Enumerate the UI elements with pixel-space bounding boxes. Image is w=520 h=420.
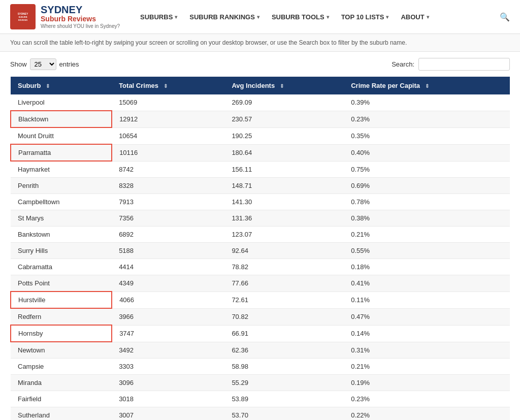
chevron-down-icon: ▾ — [386, 14, 388, 20]
site-name-line1: SYDNEY — [41, 5, 120, 15]
cell-suburb: Bankstown — [11, 227, 112, 243]
cell-total-crimes: 5188 — [112, 243, 224, 259]
cell-suburb: Cabramatta — [11, 259, 112, 275]
cell-crime-rate: 0.39% — [344, 94, 510, 111]
search-label: Search: — [392, 60, 414, 68]
cell-total-crimes: 4066 — [112, 292, 224, 308]
table-row: Bankstown6892123.070.21% — [11, 227, 510, 243]
table-row: Miranda309655.290.19% — [11, 375, 510, 391]
nav-item-suburb-rankings[interactable]: SUBURB RANKINGS ▾ — [184, 10, 265, 24]
cell-crime-rate: 0.75% — [344, 161, 510, 178]
table-row: Penrith8328148.710.69% — [11, 178, 510, 194]
cell-crime-rate: 0.35% — [344, 127, 510, 144]
chevron-down-icon: ▾ — [327, 14, 329, 20]
info-bar-text: You can scroll the table left-to-right b… — [10, 39, 407, 46]
cell-crime-rate: 0.19% — [344, 375, 510, 391]
cell-total-crimes: 3303 — [112, 359, 224, 375]
cell-avg-incidents: 190.25 — [224, 127, 344, 144]
cell-total-crimes: 7356 — [112, 210, 224, 227]
col-crime-rate[interactable]: Crime Rate per Capita ⇕ — [344, 77, 510, 94]
cell-avg-incidents: 148.71 — [224, 178, 344, 194]
cell-crime-rate: 0.23% — [344, 111, 510, 127]
info-bar: You can scroll the table left-to-right b… — [0, 34, 520, 52]
col-avg-incidents-label: Avg Incidents — [232, 82, 275, 89]
cell-avg-incidents: 92.64 — [224, 243, 344, 259]
crime-table-container: Suburb ⇕ Total Crimes ⇕ Avg Incidents ⇕ … — [0, 77, 520, 420]
cell-avg-incidents: 230.57 — [224, 111, 344, 127]
cell-total-crimes: 10116 — [112, 144, 224, 161]
table-controls: Show 10 25 50 100 entries Search: — [0, 52, 520, 77]
search-area: Search: — [392, 58, 510, 71]
col-total-crimes[interactable]: Total Crimes ⇕ — [112, 77, 224, 94]
col-total-crimes-label: Total Crimes — [119, 82, 158, 89]
cell-avg-incidents: 53.70 — [224, 407, 344, 421]
cell-total-crimes: 3018 — [112, 391, 224, 407]
cell-total-crimes: 7913 — [112, 194, 224, 210]
cell-suburb: Newtown — [11, 342, 112, 359]
cell-total-crimes: 3096 — [112, 375, 224, 391]
cell-crime-rate: 0.23% — [344, 391, 510, 407]
table-row: Campbelltown7913141.300.78% — [11, 194, 510, 210]
table-row: Hornsby374766.910.14% — [11, 325, 510, 342]
cell-suburb: Miranda — [11, 375, 112, 391]
table-row: Sutherland300753.700.22% — [11, 407, 510, 421]
cell-suburb: Sutherland — [11, 407, 112, 421]
table-body: Liverpool15069269.090.39%Blacktown129122… — [11, 94, 510, 420]
table-row: Redfern396670.820.47% — [11, 308, 510, 325]
cell-total-crimes: 8742 — [112, 161, 224, 178]
cell-avg-incidents: 70.82 — [224, 308, 344, 325]
cell-crime-rate: 0.41% — [344, 275, 510, 292]
sort-icon-avg-incidents: ⇕ — [280, 83, 284, 89]
nav-item-about[interactable]: ABOUT ▾ — [396, 10, 434, 24]
logo-icon: SYDNEY SUBURB REVIEWS — [10, 4, 36, 29]
col-suburb-label: Suburb — [18, 82, 41, 89]
table-row: Potts Point434977.660.41% — [11, 275, 510, 292]
cell-total-crimes: 8328 — [112, 178, 224, 194]
cell-crime-rate: 0.47% — [344, 308, 510, 325]
entries-label: entries — [59, 60, 79, 68]
cell-crime-rate: 0.55% — [344, 243, 510, 259]
table-row: Hurstville406672.610.11% — [11, 292, 510, 308]
cell-avg-incidents: 72.61 — [224, 292, 344, 308]
cell-total-crimes: 10654 — [112, 127, 224, 144]
cell-suburb: Parramatta — [11, 144, 112, 161]
cell-crime-rate: 0.21% — [344, 227, 510, 243]
nav-item-suburbs[interactable]: SUBURBS ▾ — [135, 10, 182, 24]
cell-suburb: Fairfield — [11, 391, 112, 407]
cell-avg-incidents: 53.89 — [224, 391, 344, 407]
cell-avg-incidents: 141.30 — [224, 194, 344, 210]
nav-label-suburb-tools: SUBURB TOOLS — [272, 13, 324, 21]
cell-total-crimes: 4349 — [112, 275, 224, 292]
table-row: Haymarket8742156.110.75% — [11, 161, 510, 178]
cell-suburb: Potts Point — [11, 275, 112, 292]
nav-item-top10[interactable]: TOP 10 LISTS ▾ — [336, 10, 394, 24]
site-name-line2: Suburb Reviews — [41, 15, 120, 23]
cell-suburb: Hurstville — [11, 292, 112, 308]
cell-suburb: Hornsby — [11, 325, 112, 342]
entries-select[interactable]: 10 25 50 100 — [30, 58, 56, 70]
col-avg-incidents[interactable]: Avg Incidents ⇕ — [224, 77, 344, 94]
cell-avg-incidents: 156.11 — [224, 161, 344, 178]
cell-avg-incidents: 180.64 — [224, 144, 344, 161]
search-input[interactable] — [418, 58, 510, 71]
cell-crime-rate: 0.38% — [344, 210, 510, 227]
cell-suburb: Liverpool — [11, 94, 112, 111]
col-crime-rate-label: Crime Rate per Capita — [351, 82, 420, 89]
cell-crime-rate: 0.22% — [344, 407, 510, 421]
cell-total-crimes: 12912 — [112, 111, 224, 127]
nav-item-suburb-tools[interactable]: SUBURB TOOLS ▾ — [267, 10, 334, 24]
cell-crime-rate: 0.18% — [344, 259, 510, 275]
search-icon[interactable]: 🔍 — [500, 12, 510, 22]
cell-total-crimes: 15069 — [112, 94, 224, 111]
cell-crime-rate: 0.69% — [344, 178, 510, 194]
main-nav: SUBURBS ▾ SUBURB RANKINGS ▾ SUBURB TOOLS… — [135, 10, 500, 24]
site-logo[interactable]: SYDNEY SUBURB REVIEWS SYDNEY Suburb Revi… — [10, 4, 120, 29]
table-row: Fairfield301853.890.23% — [11, 391, 510, 407]
table-row: Surry Hills518892.640.55% — [11, 243, 510, 259]
col-suburb[interactable]: Suburb ⇕ — [11, 77, 112, 94]
sort-icon-total-crimes: ⇕ — [164, 83, 168, 89]
table-row: Blacktown12912230.570.23% — [11, 111, 510, 127]
table-row: Newtown349262.360.31% — [11, 342, 510, 359]
cell-crime-rate: 0.21% — [344, 359, 510, 375]
svg-text:REVIEWS: REVIEWS — [18, 19, 28, 21]
